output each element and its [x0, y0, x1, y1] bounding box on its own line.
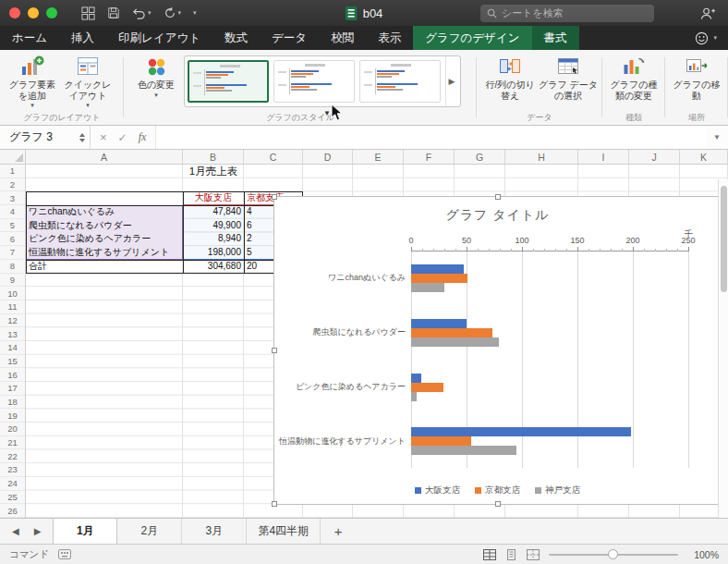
share-user-icon[interactable] [699, 6, 715, 20]
vertical-scrollbar[interactable] [718, 179, 728, 518]
chart-legend[interactable]: 大阪支店京都支店神戸支店 [274, 484, 721, 497]
switch-row-column-button[interactable]: 行/列の切り替え [481, 55, 539, 101]
change-colors-button[interactable]: 色の変更 ▾ [128, 55, 184, 99]
chart-object[interactable]: グラフ タイトル 千 050100150200250 大阪支店京都支店神戸支店 … [273, 196, 722, 505]
column-header-J[interactable]: J [629, 150, 680, 164]
ribbon-tab-5[interactable]: 校閲 [319, 26, 366, 50]
cells-layer[interactable]: 1月売上表大阪支店京都支店ワニchanぬいぐるみ47,8404爬虫類になれるパウ… [26, 165, 728, 518]
redo-icon[interactable]: ▾ [164, 6, 182, 19]
column-header-E[interactable]: E [353, 150, 404, 164]
cell-osaka-value[interactable]: 198,000 [183, 246, 244, 260]
row-header-25[interactable]: 25 [0, 491, 25, 505]
row-header-7[interactable]: 7 [0, 246, 25, 260]
ribbon-tab-4[interactable]: データ [260, 26, 319, 50]
bar-series2-cat4[interactable] [411, 436, 471, 446]
bar-series1-cat2[interactable] [411, 319, 467, 328]
chart-style-thumbnail-3[interactable] [359, 60, 441, 103]
fullscreen-window-button[interactable] [46, 7, 57, 18]
select-all-corner[interactable] [0, 150, 26, 164]
show-tabs-icon[interactable] [81, 6, 95, 20]
legend-item-3[interactable]: 神戸支店 [535, 484, 580, 497]
page-layout-view-icon[interactable] [505, 549, 517, 560]
column-header-I[interactable]: I [578, 150, 629, 164]
cell-osaka-value[interactable]: 47,840 [183, 205, 244, 219]
sheet-tab-1[interactable]: 1月 [53, 519, 117, 544]
formula-bar-collapse-icon[interactable]: ▼ [706, 133, 728, 141]
row-header-5[interactable]: 5 [0, 219, 25, 233]
bar-series3-cat4[interactable] [411, 446, 516, 455]
page-break-view-icon[interactable] [527, 549, 540, 560]
row-header-24[interactable]: 24 [0, 477, 25, 491]
chart-style-thumbnail-2[interactable] [273, 60, 355, 103]
insert-function-icon[interactable]: fx [139, 130, 147, 144]
row-header-21[interactable]: 21 [0, 436, 25, 450]
bar-series2-cat1[interactable] [411, 274, 467, 283]
normal-view-icon[interactable] [483, 549, 496, 560]
ribbon-tab-2[interactable]: 印刷レイアウト [106, 26, 212, 50]
tab-scroll-left-icon[interactable]: ◀ [12, 526, 19, 536]
row-header-9[interactable]: 9 [0, 274, 25, 288]
row-header-17[interactable]: 17 [0, 382, 25, 396]
bar-series1-cat1[interactable] [411, 264, 464, 274]
quick-layout-button[interactable]: クイックレイアウト ▾ [60, 55, 115, 109]
ribbon-tab-7[interactable]: グラフのデザイン [413, 26, 531, 50]
column-header-K[interactable]: K [680, 150, 728, 164]
search-input[interactable]: シートを検索 [480, 5, 654, 22]
formula-input[interactable] [155, 126, 706, 149]
row-header-14[interactable]: 14 [0, 341, 25, 355]
cell-header-osaka[interactable]: 大阪支店 [183, 191, 244, 205]
chart-resize-handle[interactable] [495, 501, 501, 507]
chart-style-thumbnail-1[interactable] [188, 60, 269, 103]
row-header-12[interactable]: 12 [0, 314, 25, 328]
row-header-3[interactable]: 3 [0, 191, 25, 205]
row-header-16[interactable]: 16 [0, 368, 25, 382]
row-header-15[interactable]: 15 [0, 355, 25, 369]
row-header-6[interactable]: 6 [0, 232, 25, 246]
undo-icon[interactable]: ▾ [132, 7, 152, 19]
column-header-G[interactable]: G [455, 150, 505, 164]
row-header-26[interactable]: 26 [0, 504, 25, 518]
cell-item-name[interactable]: 爬虫類になれるパウダー [26, 219, 183, 233]
row-header-18[interactable]: 18 [0, 396, 25, 410]
row-header-1[interactable]: 1 [0, 165, 25, 178]
row-header-4[interactable]: 4 [0, 205, 25, 219]
redo-caret-icon[interactable]: ▾ [178, 9, 182, 17]
row-header-10[interactable]: 10 [0, 287, 25, 300]
name-box[interactable]: グラフ 3 [0, 126, 91, 149]
bar-series2-cat3[interactable] [411, 383, 443, 392]
minimize-window-button[interactable] [28, 7, 39, 18]
add-sheet-button[interactable]: + [321, 519, 356, 544]
column-header-H[interactable]: H [505, 150, 578, 164]
plot-area[interactable]: 050100150200250 [411, 251, 688, 468]
row-header-13[interactable]: 13 [0, 327, 25, 341]
row-header-23[interactable]: 23 [0, 463, 25, 477]
chart-resize-handle[interactable] [272, 194, 277, 200]
chart-resize-handle[interactable] [272, 348, 277, 353]
legend-item-1[interactable]: 大阪支店 [415, 484, 460, 497]
name-box-stepper[interactable] [79, 133, 85, 142]
ribbon-tab-1[interactable]: 挿入 [59, 26, 106, 50]
chart-resize-handle[interactable] [495, 194, 501, 200]
undo-caret-icon[interactable]: ▾ [148, 9, 152, 17]
cell-item-name[interactable]: ワニchanぬいぐるみ [26, 205, 183, 219]
zoom-slider[interactable] [549, 554, 678, 556]
change-chart-type-button[interactable]: グラフの種類の変更 [607, 55, 661, 101]
column-header-A[interactable]: A [26, 150, 183, 164]
legend-item-2[interactable]: 京都支店 [475, 484, 520, 497]
cell-title[interactable]: 1月売上表 [158, 165, 269, 178]
zoom-level[interactable]: 100% [687, 549, 719, 560]
save-icon[interactable] [107, 6, 120, 19]
bar-series1-cat4[interactable] [411, 427, 631, 436]
column-header-F[interactable]: F [404, 150, 455, 164]
row-header-20[interactable]: 20 [0, 423, 25, 436]
bar-series1-cat3[interactable] [411, 374, 421, 383]
toolbar-caret-icon[interactable]: ▾ [193, 9, 197, 17]
cell-osaka-value[interactable]: 49,900 [183, 219, 244, 233]
ribbon-tab-8[interactable]: 書式 [532, 26, 579, 50]
select-data-button[interactable]: グラフ データの選択 [539, 55, 598, 101]
vertical-scrollbar-thumb[interactable] [721, 186, 727, 292]
sheet-tab-2[interactable]: 2月 [117, 519, 182, 544]
row-header-22[interactable]: 22 [0, 449, 25, 463]
chart-title[interactable]: グラフ タイトル [274, 207, 721, 224]
sheet-tab-4[interactable]: 第4四半期 [247, 519, 321, 544]
